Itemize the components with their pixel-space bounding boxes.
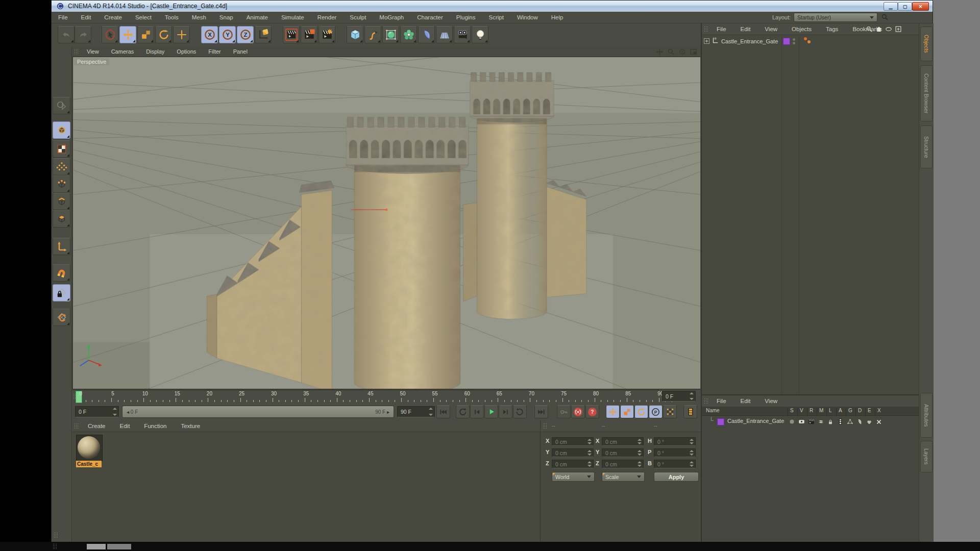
- apply-button[interactable]: Apply: [654, 472, 699, 482]
- menu-tools[interactable]: Tools: [158, 14, 185, 20]
- layer-manager-menu-view[interactable]: View: [757, 398, 785, 404]
- workplane-mode-icon[interactable]: [53, 158, 70, 176]
- workplane-lock-icon[interactable]: [53, 284, 70, 302]
- filter-icon[interactable]: [884, 26, 893, 33]
- side-tab-layers[interactable]: Layers: [920, 441, 933, 472]
- prev-key-button[interactable]: [456, 405, 470, 418]
- menu-select[interactable]: Select: [129, 14, 158, 20]
- layer-name[interactable]: Castle_Entrance_Gate: [727, 418, 784, 424]
- layout-select[interactable]: Startup (User): [794, 13, 877, 22]
- column-header-l[interactable]: L: [829, 408, 832, 413]
- object-manager-menu-objects[interactable]: Objects: [785, 26, 819, 32]
- menu-window[interactable]: Window: [510, 14, 545, 20]
- viewport-menu-options[interactable]: Options: [170, 48, 202, 55]
- menu-sculpt[interactable]: Sculpt: [343, 14, 373, 20]
- camera-icon[interactable]: [454, 26, 471, 43]
- current-frame-field[interactable]: 0 F: [75, 406, 119, 417]
- xref-col-icon[interactable]: [876, 418, 882, 427]
- menu-mesh[interactable]: Mesh: [185, 14, 213, 20]
- environment-icon[interactable]: [436, 26, 453, 43]
- key-position-button[interactable]: [606, 405, 620, 418]
- menu-render[interactable]: Render: [311, 14, 344, 20]
- manager-col-icon[interactable]: [818, 418, 824, 427]
- menu-character[interactable]: Character: [410, 14, 450, 20]
- key-parameter-button[interactable]: P: [649, 405, 663, 418]
- move-tool-icon[interactable]: [119, 26, 136, 43]
- material-menu-edit[interactable]: Edit: [113, 423, 137, 429]
- timeline-range-slider[interactable]: ◂ 0 F 90 F ▸: [122, 406, 394, 418]
- scale-tool-icon[interactable]: [137, 26, 154, 43]
- menu-animate[interactable]: Animate: [240, 14, 275, 20]
- layer-color-chip[interactable]: [717, 418, 724, 425]
- panel-grip-icon[interactable]: [704, 398, 708, 405]
- generators-col-icon[interactable]: [847, 418, 853, 427]
- taskbar-item[interactable]: [87, 544, 106, 549]
- mograph-cloner-icon[interactable]: [400, 26, 417, 43]
- goto-end-button[interactable]: [534, 405, 548, 418]
- frame-stepper[interactable]: [428, 408, 433, 416]
- z-axis-lock-icon[interactable]: Z: [237, 26, 254, 43]
- autokey-button[interactable]: [557, 405, 571, 418]
- object-manager-menu-view[interactable]: View: [757, 26, 785, 32]
- menu-create[interactable]: Create: [97, 14, 129, 20]
- redo-icon[interactable]: [75, 26, 91, 43]
- key-pla-button[interactable]: [663, 405, 677, 418]
- material-menu-texture[interactable]: Texture: [174, 423, 207, 429]
- column-header-v[interactable]: V: [800, 408, 803, 413]
- model-mode-icon[interactable]: [53, 121, 70, 139]
- menu-script[interactable]: Script: [482, 14, 510, 20]
- size-field-z[interactable]: 0 cm: [602, 460, 644, 468]
- position-field-y[interactable]: 0 cm: [552, 448, 594, 457]
- points-mode-icon[interactable]: [53, 176, 70, 193]
- x-axis-lock-icon[interactable]: X: [201, 26, 218, 43]
- rotate-view-icon[interactable]: [676, 47, 688, 56]
- object-manager-menu-file[interactable]: File: [709, 26, 733, 32]
- column-header-r[interactable]: R: [810, 408, 813, 413]
- animation-col-icon[interactable]: [837, 418, 844, 427]
- frame-stepper[interactable]: [112, 408, 117, 416]
- y-axis-lock-icon[interactable]: Y: [219, 26, 236, 43]
- add-box-icon[interactable]: [893, 26, 903, 33]
- camera-label[interactable]: Perspective: [74, 58, 109, 65]
- column-header-x[interactable]: X: [877, 408, 881, 413]
- column-header-m[interactable]: M: [819, 408, 823, 413]
- state-dot-icon[interactable]: [789, 418, 795, 427]
- viewport-canvas[interactable]: Perspective: [72, 57, 700, 389]
- viewport-menu-panel[interactable]: Panel: [227, 48, 254, 55]
- keyframe-selection-button[interactable]: [683, 405, 697, 418]
- pan-icon[interactable]: [654, 47, 665, 56]
- live-selection-icon[interactable]: [102, 26, 118, 43]
- home-icon[interactable]: [874, 26, 884, 33]
- side-tab-structure[interactable]: Structure: [920, 126, 933, 168]
- render-picture-viewer-icon[interactable]: [301, 26, 317, 43]
- object-row[interactable]: Castle_Entrance_Gate: [702, 36, 919, 47]
- column-header-d[interactable]: D: [858, 408, 862, 413]
- layer-row[interactable]: └ Castle_Entrance_Gate: [702, 416, 920, 427]
- size-mode-select[interactable]: Scale: [602, 472, 645, 482]
- deformers-col-icon[interactable]: [856, 418, 863, 427]
- workplane-rotate-icon[interactable]: [53, 309, 70, 326]
- add-cube-icon[interactable]: [347, 26, 363, 43]
- column-header-s[interactable]: S: [790, 408, 794, 413]
- material-name[interactable]: Castle_c: [76, 461, 102, 467]
- search-icon[interactable]: [864, 26, 874, 33]
- object-manager-menu-edit[interactable]: Edit: [733, 26, 758, 32]
- position-field-z[interactable]: 0 cm: [552, 460, 594, 468]
- rotation-field-b[interactable]: 0 °: [654, 460, 696, 468]
- subdivision-surface-icon[interactable]: [382, 26, 399, 43]
- position-mode-select[interactable]: World: [552, 472, 595, 482]
- ruler-frame-field[interactable]: 0 F: [662, 391, 696, 402]
- size-field-y[interactable]: 0 cm: [602, 448, 644, 457]
- zoom-icon[interactable]: [665, 47, 676, 56]
- close-button[interactable]: ✕: [912, 2, 929, 11]
- material-item[interactable]: [76, 435, 103, 461]
- menu-snap[interactable]: Snap: [213, 14, 240, 20]
- menu-simulate[interactable]: Simulate: [275, 14, 311, 20]
- last-tool-icon[interactable]: [173, 26, 190, 43]
- layer-manager-menu-file[interactable]: File: [709, 398, 733, 404]
- layout-search-icon[interactable]: [881, 13, 889, 23]
- make-editable-icon[interactable]: [53, 97, 70, 114]
- render-settings-icon[interactable]: [318, 26, 335, 43]
- maximize-button[interactable]: ▢: [898, 2, 912, 11]
- side-tab-attributes[interactable]: Attributes: [920, 393, 933, 438]
